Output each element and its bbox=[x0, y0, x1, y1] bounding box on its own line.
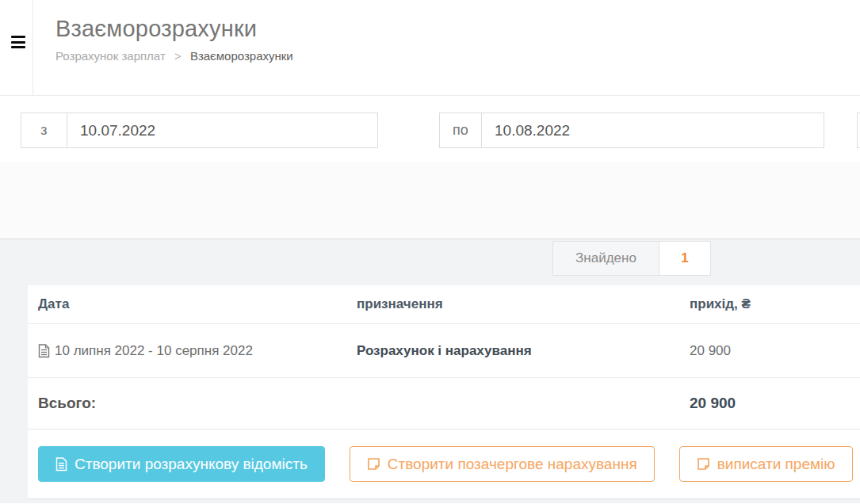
total-label: Всього: bbox=[38, 395, 357, 412]
action-buttons-row: Створити розрахункову відомість Створити… bbox=[28, 430, 860, 498]
date-from-input[interactable] bbox=[67, 113, 378, 148]
results-section: Знайдено 1 Дата призначення прихід, ₴ bbox=[0, 239, 860, 503]
breadcrumb-separator: > bbox=[174, 49, 182, 63]
found-label: Знайдено bbox=[552, 241, 659, 276]
create-accrual-label: Створити позачергове нарахування bbox=[388, 456, 637, 473]
date-to-group: по bbox=[439, 113, 824, 148]
filter-extra-partial bbox=[857, 113, 860, 148]
table-total-row: Всього: 20 900 bbox=[28, 378, 860, 430]
breadcrumb-current: Взаєморозрахунки bbox=[190, 49, 293, 63]
breadcrumb: Розрахунок зарплат > Взаєморозрахунки bbox=[55, 49, 860, 63]
page-header: Взаєморозрахунки Розрахунок зарплат > Вз… bbox=[0, 0, 860, 96]
found-badge: Знайдено 1 bbox=[552, 241, 711, 276]
breadcrumb-parent[interactable]: Розрахунок зарплат bbox=[55, 49, 166, 63]
file-document-icon bbox=[38, 344, 50, 358]
create-accrual-button[interactable]: Створити позачергове нарахування bbox=[350, 446, 655, 482]
filter-spacer bbox=[0, 162, 860, 239]
column-header-date: Дата bbox=[38, 296, 357, 312]
note-icon bbox=[367, 457, 380, 471]
settlements-table: Дата призначення прихід, ₴ 10 липня 2022… bbox=[28, 285, 860, 499]
issue-bonus-label: виписати премію bbox=[717, 456, 835, 473]
note-icon bbox=[697, 457, 710, 471]
table-header-row: Дата призначення прихід, ₴ bbox=[28, 285, 860, 324]
date-from-group: з bbox=[21, 113, 378, 148]
date-from-label: з bbox=[21, 113, 67, 148]
table-row[interactable]: 10 липня 2022 - 10 серпня 2022 Розрахуно… bbox=[28, 324, 860, 378]
header-divider bbox=[32, 0, 33, 95]
issue-bonus-button[interactable]: виписати премію bbox=[679, 446, 853, 482]
page-title: Взаєморозрахунки bbox=[55, 16, 860, 42]
date-to-label: по bbox=[439, 113, 482, 148]
create-statement-button[interactable]: Створити розрахункову відомість bbox=[38, 446, 325, 482]
row-date: 10 липня 2022 - 10 серпня 2022 bbox=[55, 343, 253, 359]
total-income: 20 900 bbox=[690, 395, 860, 412]
row-income: 20 900 bbox=[690, 343, 860, 359]
column-header-purpose: призначення bbox=[357, 296, 690, 312]
file-document-icon bbox=[55, 457, 67, 472]
found-count: 1 bbox=[659, 241, 711, 276]
date-to-input[interactable] bbox=[482, 113, 824, 148]
create-statement-label: Створити розрахункову відомість bbox=[75, 456, 308, 473]
row-purpose: Розрахунок і нарахування bbox=[357, 343, 690, 359]
date-filter-bar: з по bbox=[0, 96, 860, 162]
hamburger-icon[interactable] bbox=[11, 36, 25, 50]
column-header-income: прихід, ₴ bbox=[690, 296, 860, 312]
